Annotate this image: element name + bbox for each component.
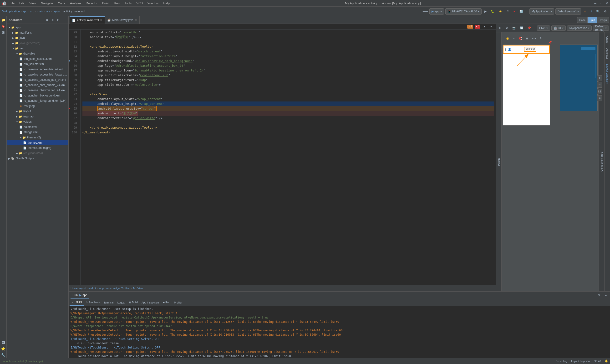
tree-item-themes-night[interactable]: 📄 themes.xml (night) [7,145,68,151]
settings-button[interactable]: ⚙ [603,9,608,14]
split-mode-button[interactable]: Split [588,17,597,23]
minimize-button[interactable]: ─ [594,2,597,5]
code-line-80[interactable]: android:text="取消通知" />--> [82,35,494,39]
bookmark-icon[interactable]: 🔖 [0,23,6,29]
zoom-fit-button[interactable]: ⊞ [597,95,598,101]
code-line-92[interactable]: <TextView [82,92,494,97]
code-mode-button[interactable]: Code [577,17,588,23]
project-icon[interactable]: 📁 [0,17,6,23]
arrows-icon[interactable]: ⟺ [531,36,537,41]
favorites-icon[interactable]: ⭐ [0,346,6,351]
app-dropdown[interactable]: MyApplication ▾ [567,26,592,31]
search-button[interactable]: 🔍 [595,9,601,14]
tab-activity-main[interactable]: 📄 activity_main.xml ✕ [70,16,105,24]
run-tab-active[interactable]: Run: ▶ app [71,292,89,299]
menu-view[interactable]: View [27,1,38,5]
tree-item-ic4[interactable]: 📄 ic_baseline_chat_bubble_24.xml [7,82,68,88]
breadcrumb-linearlayout[interactable]: LinearLayout [71,287,86,290]
run-minimize-button[interactable]: − [604,293,608,298]
select-icon[interactable]: ↖ [512,36,517,41]
zoom-in-button[interactable]: + [597,75,598,81]
vertical-arrows-icon[interactable]: ⇅ [538,36,543,41]
panel-more-icon[interactable]: ⋯ [62,18,66,22]
tree-item-ic3[interactable]: 📄 ic_baseline_account_box_24.xml [7,77,68,82]
app-config-dropdown[interactable]: MyApplication ▾ [530,8,554,14]
menu-help[interactable]: Help [161,1,171,5]
tree-item-res[interactable]: ▾ 📁 res [7,46,68,51]
tree-item-btn-color[interactable]: 📄 btn_color_selector.xml [7,56,68,62]
todo-tab[interactable]: ✓ TODO [70,299,84,306]
tree-item-java[interactable]: ▶ 📁 java [7,35,68,40]
breadcrumb-app[interactable]: app [23,10,27,13]
notification-bell-icon[interactable]: 🔔 [605,360,608,363]
warning-button[interactable]: ⚠ [582,9,588,14]
info-button[interactable]: ℹ [589,9,593,14]
menu-run[interactable]: Run [112,1,121,5]
pan-icon[interactable]: 👋 [505,36,511,41]
tree-item-ic7[interactable]: 📄 ic_launcher_foreground.xml (v24) [7,98,68,104]
app-inspection-tab[interactable]: App Inspection [140,299,161,306]
tree-item-values[interactable]: ▾ 📁 values [7,119,68,124]
code-line-84[interactable]: android:layout_height="?attr/actionBarSi… [82,54,494,59]
layout-inspector-button[interactable]: Layout Inspector [571,360,590,363]
attributes-tab[interactable]: Attributes [605,46,610,61]
preview-settings-button[interactable]: ⚙ [504,26,509,30]
breadcrumb-res[interactable]: res [46,10,50,13]
code-content[interactable]: 79 80 81 82 83 84 85 86 87 88 89 90 91 9… [69,29,496,285]
collapse-all-button[interactable]: ▲ [482,25,487,29]
code-line-85[interactable]: android:background="@color/cardview_dark… [82,59,494,63]
tree-item-mipmap[interactable]: ▶ 📁 mipmap [7,114,68,119]
preview-refresh-button[interactable]: 🔄 [519,26,525,30]
menu-build[interactable]: Build [100,1,111,5]
tree-item-ic2[interactable]: 📄 ic_baseline_accessible_forward_24.xml [7,72,68,77]
menu-refactor[interactable]: Refactor [84,1,99,5]
menu-edit[interactable]: Edit [17,1,26,5]
build-run-button[interactable]: ▶ [483,9,488,14]
debug-button[interactable]: 🐛 [489,9,496,14]
preview-screenshot-button[interactable]: 📷 [511,26,517,30]
breadcrumb-src[interactable]: src [30,10,34,13]
close-button[interactable]: ✕ [606,2,608,5]
run-config-dropdown[interactable]: ▶ app ▾ [429,8,444,14]
device-dropdown[interactable]: 📱 HUAWEI YAL-AL50 ▾ [445,8,481,14]
menu-tools[interactable]: Tools [122,1,133,5]
zoom-reset-button[interactable]: 1:1 [597,89,598,94]
code-line-98[interactable] [82,120,494,125]
zoom-fit-button[interactable]: ⊞ [498,26,503,30]
code-line-82[interactable]: <androidx.appcompat.widget.Toolbar [82,44,494,49]
terminal-tab[interactable]: Terminal [102,299,116,306]
run-tab2[interactable]: ▶ Run [161,299,172,306]
language-dropdown[interactable]: Default (en-us) ▾ [556,8,581,14]
menu-navigate[interactable]: Navigate [39,1,55,5]
profile-button[interactable]: ⚡ [497,9,504,14]
stop-button[interactable]: ■ [512,9,517,14]
menu-file[interactable]: File [8,1,16,5]
structure-icon[interactable]: ⊞ [0,29,6,35]
grade-tab[interactable]: Grade [605,34,610,46]
run-settings-button[interactable]: ⚙ [596,293,602,298]
breadcrumb-myapp[interactable]: MyApplication [2,10,20,13]
code-line-88[interactable]: app:subtitleTextColor="@color/teal_200" [82,73,494,78]
expand-all-button[interactable]: ▼ [489,25,494,29]
tree-item-ic5[interactable]: 📄 ic_baseline_chevron_left_24.xml [7,88,68,93]
panel-settings-icon[interactable]: ⚙ [45,18,49,22]
tree-item-manifests[interactable]: ▶ 📁 manifests [7,30,68,35]
problems-tab[interactable]: ⚠ Problems [84,299,102,306]
tree-item-ic1[interactable]: 📄 ic_baseline_accessible_24.xml [7,67,68,72]
language-preview-dropdown[interactable]: Default (en-us) ▾ [593,26,609,31]
menu-window[interactable]: Window [146,1,160,5]
tree-item-java-gen[interactable]: ▶ 📁 java (generated) [7,40,68,46]
code-line-90[interactable]: app:titleTextColor="@color/white"> [82,82,494,87]
device-preview-dropdown[interactable]: Pixel ▾ [537,26,550,31]
magnet-icon[interactable]: 🧲 [518,36,524,41]
tab-mainactivity[interactable]: ☕ MainActivity.java ✕ [105,16,139,24]
code-line-96[interactable]: android:text="测试文字" [82,111,494,116]
code-line-83[interactable]: android:layout_width="match_parent" [82,49,494,54]
component-tree-label[interactable]: Component Tree [599,150,604,173]
tree-item-themes-folder[interactable]: ▾ 📁 themes (2) [7,135,68,140]
code-line-89[interactable]: app:titleMarginStart="30dp" [82,78,494,82]
coverage-button[interactable]: ☂ [505,9,511,14]
build-variants-icon[interactable]: 🔧 [0,352,6,358]
tab-close-icon[interactable]: ✕ [135,18,137,21]
panel-collapse-icon[interactable]: ⊟ [56,18,61,22]
